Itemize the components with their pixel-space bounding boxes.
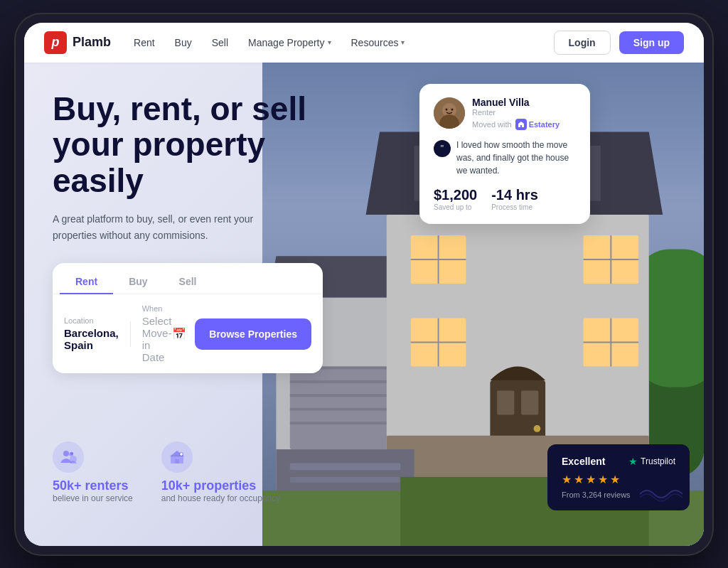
star-2: ★ (574, 473, 584, 486)
nav-link-buy[interactable]: Buy (175, 37, 192, 48)
svg-rect-8 (289, 407, 400, 410)
hero-stats: 50k+ renters believe in our service (53, 441, 280, 503)
estatery-name: Estatery (529, 120, 560, 129)
star-1: ★ (562, 473, 572, 486)
stat-process: -14 hrs Process time (491, 187, 538, 211)
tab-sell[interactable]: Sell (164, 270, 213, 294)
tablet-frame: Plambp Plamb Rent Buy Sell Manage Proper… (16, 14, 712, 554)
location-value[interactable]: Barcelona, Spain (64, 327, 119, 351)
browse-properties-button[interactable]: Browse Properties (195, 318, 311, 350)
svg-rect-36 (289, 463, 400, 470)
testimonial-name: Manuel Villa (472, 97, 560, 108)
nav-link-resources[interactable]: Resources ▾ (351, 37, 405, 48)
properties-icon-wrap (161, 441, 193, 473)
stat-renters: 50k+ renters believe in our service (53, 441, 133, 503)
trustpilot-brand: Trustpilot (641, 456, 675, 466)
renters-icon (60, 449, 77, 466)
svg-rect-7 (289, 394, 400, 397)
moved-with: Moved with Estatery (472, 119, 560, 130)
search-divider (130, 321, 131, 347)
process-label: Process time (491, 203, 538, 211)
star-4: ★ (598, 473, 608, 486)
date-section: When Select Move-in Date 📅 (142, 304, 187, 363)
svg-point-27 (533, 425, 540, 432)
properties-number: 10k+ properties (161, 478, 257, 493)
resources-chevron-icon: ▾ (401, 38, 405, 46)
stat-properties: 10k+ properties and house ready for occu… (161, 441, 280, 503)
svg-rect-9 (289, 422, 400, 424)
stat-saved: $1,200 Saved up to (434, 187, 477, 211)
hero-content: Buy, rent, or sell your property easily … (53, 91, 323, 374)
login-button[interactable]: Login (554, 31, 611, 55)
star-3: ★ (586, 473, 596, 486)
trustpilot-wave-decoration (640, 483, 682, 505)
svg-rect-37 (289, 476, 400, 482)
trustpilot-logo: ★ Trustpilot (628, 456, 675, 467)
testimonial-card: Manuel Villa Renter Moved with Estate (419, 84, 590, 224)
process-value: -14 hrs (491, 187, 538, 203)
tablet-screen: Plambp Plamb Rent Buy Sell Manage Proper… (24, 23, 704, 546)
properties-desc: and house ready for occupancy (161, 493, 280, 503)
hero-title: Buy, rent, or sell your property easily (53, 91, 323, 199)
testimonial-quote: " I loved how smooth the move was, and f… (434, 139, 576, 177)
tab-rent[interactable]: Rent (60, 270, 113, 294)
quote-icon: " (434, 140, 451, 157)
testimonial-info: Manuel Villa Renter Moved with Estate (472, 97, 560, 130)
svg-point-49 (70, 452, 73, 455)
saved-label: Saved up to (434, 203, 477, 211)
hero-subtitle: A great platform to buy, sell, or even r… (53, 211, 266, 243)
svg-rect-6 (289, 380, 400, 382)
manage-property-chevron-icon: ▾ (328, 38, 331, 46)
search-form: Rent Buy Sell Location Barcelona, Spain … (53, 263, 323, 373)
trustpilot-header: Excellent ★ Trustpilot (562, 456, 675, 467)
nav-link-sell[interactable]: Sell (212, 37, 228, 48)
location-label: Location (64, 316, 119, 325)
logo-icon: Plambp (44, 31, 67, 54)
nav-links: Rent Buy Sell Manage Property ▾ Resource… (134, 37, 554, 48)
svg-point-46 (63, 451, 69, 456)
logo-area[interactable]: Plambp Plamb (44, 31, 111, 54)
calendar-icon[interactable]: 📅 (172, 327, 186, 341)
testimonial-role: Renter (472, 108, 560, 117)
nav-actions: Login Sign up (554, 31, 684, 55)
quote-text: I loved how smooth the move was, and fin… (456, 139, 576, 177)
trustpilot-star-icon: ★ (628, 456, 638, 467)
tab-buy[interactable]: Buy (113, 270, 163, 294)
svg-rect-26 (521, 390, 538, 414)
estatery-logo: Estatery (515, 119, 560, 130)
nav-link-rent[interactable]: Rent (134, 37, 155, 48)
renters-desc: believe in our service (53, 493, 133, 503)
svg-rect-52 (175, 459, 179, 463)
browse-button-wrapper: Browse Properties (195, 318, 311, 350)
trustpilot-card: Excellent ★ Trustpilot ★ ★ ★ ★ ★ From 3,… (547, 444, 690, 510)
estatery-icon (515, 119, 527, 130)
logo-text: Plamb (73, 35, 111, 50)
hero-section: Buy, rent, or sell your property easily … (24, 63, 704, 546)
testimonial-header: Manuel Villa Renter Moved with Estate (434, 97, 576, 130)
location-section: Location Barcelona, Spain (64, 316, 119, 351)
properties-icon (168, 449, 186, 466)
date-content: When Select Move-in Date (142, 304, 173, 363)
svg-rect-25 (497, 390, 514, 414)
renters-number: 50k+ renters (53, 478, 129, 493)
svg-point-44 (446, 109, 448, 111)
renters-icon-wrap (53, 441, 84, 473)
star-5: ★ (610, 473, 620, 486)
saved-value: $1,200 (434, 187, 477, 203)
signup-button[interactable]: Sign up (619, 31, 684, 54)
svg-point-45 (451, 109, 454, 111)
avatar (434, 97, 465, 129)
search-inputs: Location Barcelona, Spain When Select Mo… (53, 294, 323, 373)
when-label: When (142, 304, 173, 313)
nav-link-manage-property[interactable]: Manage Property ▾ (248, 37, 331, 48)
date-placeholder[interactable]: Select Move-in Date (142, 315, 173, 363)
testimonial-stats: $1,200 Saved up to -14 hrs Process time (434, 187, 576, 211)
trustpilot-excellent: Excellent (562, 456, 605, 467)
search-tabs: Rent Buy Sell (53, 263, 323, 294)
navbar: Plambp Plamb Rent Buy Sell Manage Proper… (24, 23, 704, 63)
